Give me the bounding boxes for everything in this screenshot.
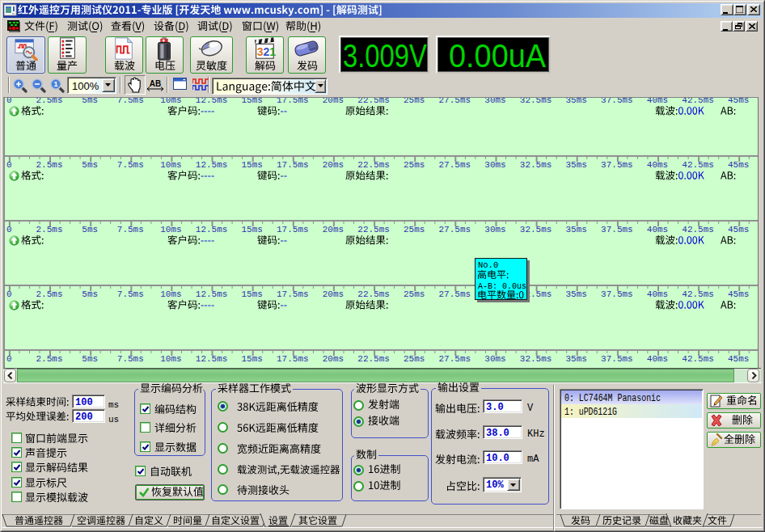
svg-text:5ms: 5ms xyxy=(82,354,98,364)
svg-text:45ms: 45ms xyxy=(728,225,749,234)
svg-text:12.5ms: 12.5ms xyxy=(196,160,228,170)
svg-text:22.5ms: 22.5ms xyxy=(357,160,390,170)
svg-text:27.5ms: 27.5ms xyxy=(438,225,471,234)
svg-text:7.5ms: 7.5ms xyxy=(117,354,144,364)
svg-text:40ms: 40ms xyxy=(647,354,668,364)
svg-text:42.5ms: 42.5ms xyxy=(682,354,714,364)
svg-text:27.5ms: 27.5ms xyxy=(438,160,471,170)
svg-text:20ms: 20ms xyxy=(323,289,344,299)
svg-text:35ms: 35ms xyxy=(565,160,586,170)
svg-text:0.00uA: 0.00uA xyxy=(449,38,546,74)
svg-text:10ms: 10ms xyxy=(160,160,181,170)
svg-text:22.5ms: 22.5ms xyxy=(357,289,390,299)
svg-text:12.5ms: 12.5ms xyxy=(196,354,228,364)
svg-text:0: LC7464M Panasonic: 0: LC7464M Panasonic xyxy=(564,393,661,404)
svg-text:32.5ms: 32.5ms xyxy=(520,354,552,364)
svg-text:17.5ms: 17.5ms xyxy=(277,289,309,299)
svg-text:2.5ms: 2.5ms xyxy=(36,160,62,170)
svg-text:5ms: 5ms xyxy=(82,225,98,234)
svg-text:37.5ms: 37.5ms xyxy=(601,289,633,299)
svg-text:15ms: 15ms xyxy=(241,289,262,299)
svg-text:25ms: 25ms xyxy=(404,354,425,364)
svg-text:35ms: 35ms xyxy=(565,289,586,299)
svg-text:5ms: 5ms xyxy=(82,289,98,299)
svg-text:3.009V: 3.009V xyxy=(343,38,427,74)
svg-text:0: 0 xyxy=(6,160,12,170)
svg-text:45ms: 45ms xyxy=(728,160,749,170)
svg-text:0: 0 xyxy=(6,354,12,364)
svg-text:17.5ms: 17.5ms xyxy=(277,160,309,170)
svg-text:37.5ms: 37.5ms xyxy=(601,160,633,170)
svg-text:40ms: 40ms xyxy=(647,225,668,234)
svg-text:40ms: 40ms xyxy=(647,289,668,299)
svg-text:20ms: 20ms xyxy=(323,354,344,364)
svg-text:7.5ms: 7.5ms xyxy=(117,160,144,170)
svg-text:25ms: 25ms xyxy=(404,225,425,234)
svg-text:15ms: 15ms xyxy=(241,354,262,364)
svg-text:7.5ms: 7.5ms xyxy=(117,225,144,234)
svg-text:40ms: 40ms xyxy=(647,160,668,170)
svg-text:45ms: 45ms xyxy=(728,354,749,364)
svg-text:10ms: 10ms xyxy=(160,225,181,234)
svg-text:AB: AB xyxy=(150,79,161,88)
svg-text:35ms: 35ms xyxy=(565,354,586,364)
svg-text:35ms: 35ms xyxy=(565,225,586,234)
svg-text:7.5ms: 7.5ms xyxy=(117,289,144,299)
svg-text:30ms: 30ms xyxy=(484,354,505,364)
svg-text:27.5ms: 27.5ms xyxy=(438,354,471,364)
svg-text:25ms: 25ms xyxy=(404,289,425,299)
svg-text:42.5ms: 42.5ms xyxy=(682,160,714,170)
svg-text:12.5ms: 12.5ms xyxy=(196,289,228,299)
svg-text:5ms: 5ms xyxy=(82,160,98,170)
svg-text:0: 0 xyxy=(6,289,12,299)
svg-text:1: 1 xyxy=(53,80,57,88)
svg-text:2.5ms: 2.5ms xyxy=(36,289,62,299)
svg-text:37.5ms: 37.5ms xyxy=(601,354,633,364)
svg-text:2.5ms: 2.5ms xyxy=(36,225,62,234)
svg-text:0: 0 xyxy=(6,225,12,234)
svg-text:17.5ms: 17.5ms xyxy=(277,225,309,234)
svg-text:17.5ms: 17.5ms xyxy=(277,354,309,364)
svg-text:20ms: 20ms xyxy=(323,160,344,170)
svg-text:27.5ms: 27.5ms xyxy=(438,289,471,299)
svg-text:30ms: 30ms xyxy=(484,225,505,234)
svg-text:15ms: 15ms xyxy=(241,160,262,170)
svg-text:10ms: 10ms xyxy=(160,354,181,364)
svg-text:1: uPD6121G: 1: uPD6121G xyxy=(564,407,617,418)
svg-text:42.5ms: 42.5ms xyxy=(682,225,714,234)
svg-text:10ms: 10ms xyxy=(160,289,181,299)
svg-text:20ms: 20ms xyxy=(323,225,344,234)
svg-text:12.5ms: 12.5ms xyxy=(196,225,228,234)
svg-text:32.5ms: 32.5ms xyxy=(520,225,552,234)
svg-text:37.5ms: 37.5ms xyxy=(601,225,633,234)
svg-text:45ms: 45ms xyxy=(728,289,749,299)
svg-text:15ms: 15ms xyxy=(241,225,262,234)
svg-text:22.5ms: 22.5ms xyxy=(357,225,390,234)
svg-text:2.5ms: 2.5ms xyxy=(36,354,62,364)
svg-text:22.5ms: 22.5ms xyxy=(357,354,390,364)
svg-text:30ms: 30ms xyxy=(484,160,505,170)
svg-text:25ms: 25ms xyxy=(404,160,425,170)
svg-text:42.5ms: 42.5ms xyxy=(682,289,714,299)
svg-text:321: 321 xyxy=(257,45,277,58)
svg-text:32.5ms: 32.5ms xyxy=(520,160,552,170)
